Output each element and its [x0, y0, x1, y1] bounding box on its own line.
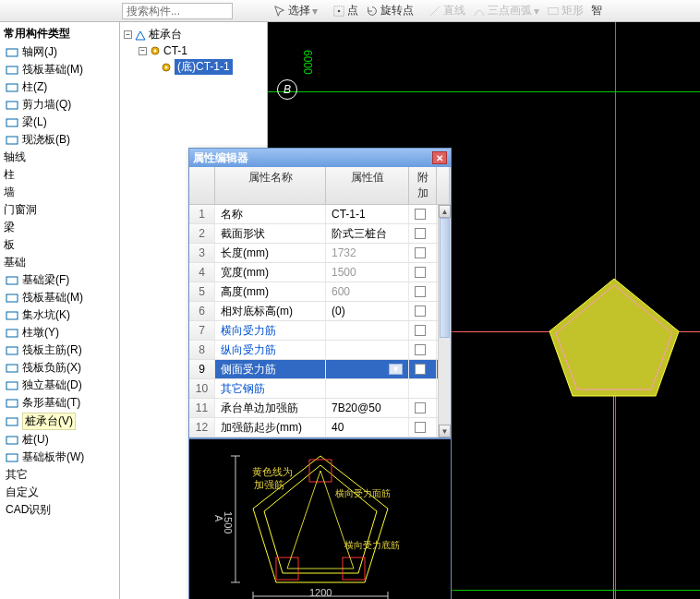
property-value[interactable]: 7B20@50 — [326, 399, 409, 417]
dialog-titlebar[interactable]: 属性编辑器 ✕ — [189, 149, 451, 167]
panel-heading: 常用构件类型 — [0, 24, 119, 43]
property-value[interactable]: 1732 — [326, 244, 409, 262]
property-row[interactable]: 1名称CT-1-1 — [189, 205, 451, 224]
component-item[interactable]: 基础板带(W) — [0, 449, 119, 466]
extra-checkbox[interactable] — [415, 402, 426, 413]
row-index: 12 — [189, 418, 215, 437]
property-row[interactable]: 9侧面受力筋▼ — [189, 360, 451, 379]
component-group[interactable]: 基础 — [0, 254, 119, 271]
component-item[interactable]: 轴网(J) — [0, 43, 119, 61]
component-group[interactable]: 门窗洞 — [0, 201, 119, 219]
property-value[interactable]: (0) — [326, 302, 409, 320]
component-item[interactable]: 柱墩(Y) — [0, 324, 119, 341]
property-extra[interactable] — [409, 263, 437, 282]
property-extra[interactable] — [409, 244, 437, 262]
property-extra[interactable] — [409, 224, 437, 243]
property-value[interactable] — [326, 379, 409, 398]
component-item[interactable]: 筏板主筋(R) — [0, 341, 119, 359]
gear-icon — [150, 45, 161, 56]
smart-tool[interactable]: 智 — [591, 3, 602, 18]
component-group[interactable]: 轴线 — [0, 149, 119, 166]
property-value[interactable] — [326, 341, 409, 359]
property-value[interactable]: 40 — [326, 418, 409, 437]
property-value[interactable]: 阶式三桩台 — [326, 224, 409, 243]
scrollbar[interactable]: ▲ ▼ — [438, 205, 451, 437]
scroll-thumb[interactable] — [440, 218, 450, 338]
tree-child[interactable]: − CT-1 — [124, 43, 263, 58]
select-tool[interactable]: 选择 ▾ — [273, 3, 318, 18]
component-group[interactable]: 梁 — [0, 219, 119, 236]
property-extra[interactable] — [409, 321, 437, 340]
property-extra[interactable] — [409, 418, 437, 437]
property-row[interactable]: 3长度(mm)1732 — [189, 244, 451, 263]
component-group[interactable]: 板 — [0, 236, 119, 254]
component-item[interactable]: 桩(U) — [0, 431, 119, 449]
col-extra[interactable]: 附加 — [409, 167, 437, 204]
component-item[interactable]: 柱(Z) — [0, 78, 119, 96]
property-row[interactable]: 4宽度(mm)1500 — [189, 263, 451, 282]
tree-leaf[interactable]: (底)CT-1-1 — [124, 58, 263, 76]
component-group[interactable]: 其它 — [0, 466, 119, 484]
property-extra[interactable] — [409, 341, 437, 359]
col-name[interactable]: 属性名称 — [215, 167, 326, 204]
property-row[interactable]: 5高度(mm)600 — [189, 282, 451, 302]
property-extra[interactable] — [409, 379, 437, 398]
property-value[interactable] — [326, 321, 409, 340]
extra-checkbox[interactable] — [415, 228, 426, 239]
property-extra[interactable] — [409, 282, 437, 301]
collapse-icon[interactable]: − — [139, 47, 147, 55]
property-name: 其它钢筋 — [215, 379, 326, 398]
tree-root[interactable]: − 桩承台 — [124, 26, 263, 43]
component-item[interactable]: 筏板基础(M) — [0, 289, 119, 306]
property-row[interactable]: 6相对底标高(m)(0) — [189, 302, 451, 321]
extra-checkbox[interactable] — [415, 209, 426, 220]
component-item[interactable]: 筏板基础(M) — [0, 61, 119, 78]
search-input[interactable] — [122, 3, 233, 19]
property-name: 名称 — [215, 205, 326, 223]
extra-checkbox[interactable] — [415, 247, 426, 258]
component-item[interactable]: 独立基础(D) — [0, 377, 119, 394]
scroll-up-button[interactable]: ▲ — [439, 205, 451, 218]
pilecap-shape[interactable] — [545, 276, 683, 401]
property-value[interactable]: 1500 — [326, 263, 409, 282]
property-extra[interactable] — [409, 360, 437, 378]
collapse-icon[interactable]: − — [124, 30, 132, 39]
extra-checkbox[interactable] — [415, 364, 426, 375]
component-item[interactable]: 条形基础(T) — [0, 394, 119, 412]
extra-checkbox[interactable] — [415, 325, 426, 336]
extra-checkbox[interactable] — [415, 305, 426, 317]
col-value[interactable]: 属性值 — [326, 167, 409, 204]
property-extra[interactable] — [409, 399, 437, 417]
point-tool[interactable]: 点 — [332, 3, 358, 18]
property-row[interactable]: 8纵向受力筋 — [189, 341, 451, 360]
component-group[interactable]: 柱 — [0, 166, 119, 184]
component-group[interactable]: 自定义 — [0, 484, 119, 501]
component-item[interactable]: 桩承台(V) — [0, 412, 119, 431]
property-row[interactable]: 11承台单边加强筋7B20@50 — [189, 399, 451, 418]
component-group[interactable]: CAD识别 — [0, 501, 119, 519]
component-item[interactable]: 剪力墙(Q) — [0, 96, 119, 114]
close-button[interactable]: ✕ — [432, 151, 447, 164]
property-extra[interactable] — [409, 205, 437, 223]
row-index: 8 — [189, 341, 215, 359]
property-extra[interactable] — [409, 302, 437, 320]
property-value[interactable]: 600 — [326, 282, 409, 301]
component-item[interactable]: 基础梁(F) — [0, 271, 119, 289]
extra-checkbox[interactable] — [415, 286, 426, 297]
extra-checkbox[interactable] — [415, 267, 426, 278]
property-value[interactable]: ▼ — [326, 360, 409, 378]
property-row[interactable]: 10其它钢筋 — [189, 379, 451, 399]
property-row[interactable]: 2截面形状阶式三桩台 — [189, 224, 451, 244]
extra-checkbox[interactable] — [415, 422, 426, 433]
component-item[interactable]: 筏板负筋(X) — [0, 359, 119, 377]
extra-checkbox[interactable] — [415, 344, 426, 355]
rotate-point-tool[interactable]: 旋转点 — [366, 3, 414, 18]
scroll-down-button[interactable]: ▼ — [439, 425, 451, 437]
property-row[interactable]: 7横向受力筋 — [189, 321, 451, 341]
component-item[interactable]: 集水坑(K) — [0, 306, 119, 324]
component-group[interactable]: 墙 — [0, 184, 119, 201]
component-item[interactable]: 现浇板(B) — [0, 131, 119, 149]
component-item[interactable]: 梁(L) — [0, 114, 119, 131]
property-value[interactable]: CT-1-1 — [326, 205, 409, 223]
property-row[interactable]: 12加强筋起步(mm)40 — [189, 418, 451, 437]
